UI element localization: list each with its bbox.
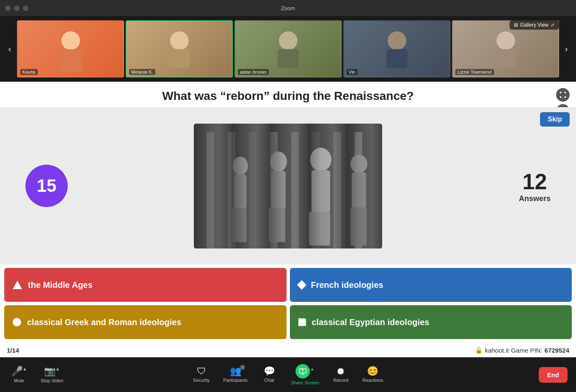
answer-a-button[interactable]: the Middle Ages: [4, 268, 287, 302]
security-label: Security: [193, 378, 210, 383]
answer-options: the Middle Ages French ideologies classi…: [0, 265, 576, 342]
svg-rect-26: [269, 208, 285, 242]
video-tile-vin: Vin: [343, 20, 450, 77]
participant-video-aidan: [235, 21, 341, 77]
title-bar: Zoom: [0, 0, 576, 16]
skip-button[interactable]: Skip: [540, 112, 570, 127]
next-arrow-icon[interactable]: ›: [560, 43, 573, 55]
reactions-button[interactable]: 😊 Reactions: [356, 363, 390, 386]
statues-image: [194, 124, 382, 248]
svg-point-24: [270, 152, 287, 172]
share-screen-icon-bg: [296, 364, 310, 378]
svg-rect-23: [232, 208, 247, 242]
participants-button[interactable]: 👥 7 Participants: [217, 363, 254, 386]
gallery-view-label: Gallery View: [520, 22, 548, 28]
chat-label: Chat: [264, 378, 274, 383]
answer-c-button[interactable]: classical Greek and Roman ideologies: [4, 305, 287, 339]
svg-rect-13: [207, 132, 214, 248]
minimize-button[interactable]: [14, 6, 19, 11]
expand-icon: ⤢: [551, 22, 555, 28]
video-tile-kavita: Kavita: [17, 20, 124, 77]
slide-progress: 1/14: [7, 347, 19, 354]
square-icon: [298, 318, 306, 326]
camera-icon: 📷: [44, 367, 55, 376]
answer-count: 12 Answers: [519, 169, 551, 203]
maximize-button[interactable]: [23, 6, 28, 11]
svg-rect-15: [249, 132, 256, 248]
game-pin-value: 6729524: [545, 347, 569, 354]
svg-rect-20: [355, 132, 362, 248]
game-pin-label: Game PIN:: [511, 347, 542, 354]
answer-a-label: the Middle Ages: [28, 280, 93, 290]
circle-icon: [13, 318, 21, 326]
svg-point-0: [61, 31, 80, 50]
share-screen-arrow[interactable]: ▲: [310, 367, 314, 376]
video-tile-melanie: Melanie K.: [126, 20, 233, 77]
close-button[interactable]: [5, 6, 11, 11]
participant-video-vin: [344, 21, 449, 77]
end-button[interactable]: End: [539, 367, 568, 383]
gallery-view-button[interactable]: ⊞ Gallery View ⤢: [510, 20, 559, 30]
svg-point-9: [496, 31, 515, 50]
gallery-view-icon: ⊞: [514, 22, 518, 28]
answer-count-label: Answers: [519, 194, 551, 203]
participants-icon-wrap: 👥 7: [230, 367, 241, 376]
stop-video-button[interactable]: 📷 ▲ Stop Video: [34, 363, 70, 386]
chat-button[interactable]: 💬 Chat: [254, 363, 284, 386]
answer-b-button[interactable]: French ideologies: [290, 268, 572, 302]
prev-arrow-icon[interactable]: ‹: [3, 43, 16, 55]
svg-rect-11: [194, 124, 382, 248]
answer-count-number: 12: [519, 169, 551, 194]
svg-rect-10: [495, 49, 516, 68]
mute-label: Mute: [14, 378, 24, 383]
share-screen-button[interactable]: ▲ Share Screen: [284, 361, 326, 389]
svg-rect-33: [194, 124, 382, 248]
participants-count-badge: 7: [240, 365, 245, 370]
lock-icon: 🔒: [475, 346, 483, 354]
kahoot-footer: 1/14 🔒 kahoot.it Game PIN: 6729524: [0, 342, 576, 357]
participant-name-vin: Vin: [347, 69, 358, 75]
participant-name-aidan: aidan brooks: [238, 69, 269, 75]
svg-rect-12: [194, 124, 382, 248]
toolbar-right: End: [539, 367, 572, 383]
svg-rect-29: [309, 212, 330, 246]
svg-rect-6: [278, 49, 299, 68]
window-controls: [5, 6, 28, 11]
svg-point-3: [170, 31, 189, 50]
svg-rect-28: [311, 170, 330, 213]
share-screen-group: ▲: [296, 364, 314, 378]
record-button[interactable]: ⏺ Record: [326, 363, 356, 386]
security-button[interactable]: 🛡 Security: [186, 363, 217, 386]
chat-icon: 💬: [264, 367, 275, 376]
stop-video-label: Stop Video: [41, 378, 63, 383]
share-screen-label: Share Screen: [291, 380, 319, 385]
record-label: Record: [333, 378, 348, 383]
svg-rect-14: [228, 132, 235, 248]
svg-point-7: [388, 31, 406, 50]
stop-video-btn-group: 📷 ▲: [44, 367, 60, 376]
diamond-icon: [297, 280, 306, 290]
svg-rect-16: [270, 132, 278, 248]
mute-button[interactable]: 🎤 ▲ Mute: [4, 363, 34, 386]
participant-name-melanie: Melanie K.: [129, 69, 155, 75]
mute-arrow[interactable]: ▲: [23, 367, 27, 376]
svg-rect-22: [234, 174, 247, 208]
answer-d-button[interactable]: classical Egyptian ideologies: [290, 305, 572, 339]
kahoot-slide: What was “reborn” during the Renaissance…: [0, 82, 576, 357]
svg-rect-19: [333, 132, 341, 248]
svg-point-27: [310, 148, 331, 171]
svg-rect-2: [60, 49, 81, 68]
video-arrow[interactable]: ▲: [55, 367, 60, 376]
participant-video-kavita: [18, 21, 123, 77]
app-title: Zoom: [281, 5, 295, 11]
toolbar: 🎤 ▲ Mute 📷 ▲ Stop Video 🛡 Security 👥 7: [0, 357, 576, 392]
answer-d-label: classical Egyptian ideologies: [312, 317, 430, 327]
participants-icon: 👥: [230, 366, 241, 376]
toolbar-center: 🛡 Security 👥 7 Participants 💬 Chat: [186, 361, 390, 389]
participant-name-kavita: Kavita: [20, 69, 38, 75]
fullscreen-icon[interactable]: [556, 88, 570, 102]
svg-rect-8: [386, 49, 408, 68]
svg-rect-4: [169, 49, 190, 68]
participant-video-melanie: [127, 21, 232, 77]
video-strip: ‹ Kavita Melanie K. aidan: [0, 16, 576, 82]
